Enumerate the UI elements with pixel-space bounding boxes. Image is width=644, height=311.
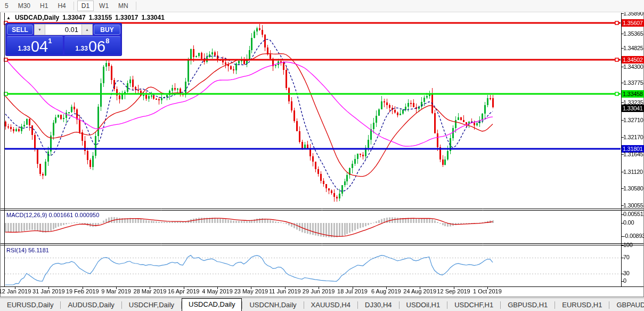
date-axis-label: 1 Oct 2019 [473,288,502,294]
timeframe-button-5[interactable]: 5 [1,1,13,11]
date-axis-label: 11 Jun 2019 [269,288,301,294]
timeframe-button-w1[interactable]: W1 [95,1,113,11]
tab-eurusd-daily[interactable]: EURUSD,Daily [0,299,60,310]
timeframe-toolbar: 5M30H1H4D1W1MN [0,0,644,12]
chart-title-row: ▲ USDCAD,Daily 1.33047 1.33155 1.33017 1… [6,14,165,21]
macd-axis-label: 0.00 [623,219,634,226]
date-axis-label: 19 Feb 2019 [66,288,99,294]
ohlc-low: 1.33017 [115,14,138,21]
price-axis-label: 1.34825 [623,44,644,52]
chart-symbol-label: USDCAD,Daily [15,14,59,21]
tab-xauusd-h4[interactable]: XAUUSD,H4 [304,299,357,310]
date-axis-label: 23 May 2019 [234,288,268,294]
volume-stepper: ▼ 0.01 ▲ [34,24,93,35]
one-click-trade-panel: SELL ▼ 0.01 ▲ BUY 1.33 04 1 1.33 06 8 [6,23,121,55]
price-axis-label: 1.32710 [623,116,644,124]
sell-price-big: 04 [31,39,48,53]
toolbar-separator [136,2,136,10]
tab-eurusd-h1[interactable]: EURUSD,H1 [555,299,609,310]
price-axis-label: 1.34300 [623,63,644,70]
sell-button[interactable]: SELL [7,25,33,35]
rsi-axis-label: 100 [623,242,632,248]
collapse-triangle-icon[interactable]: ▲ [6,15,11,20]
price-axis-label: 1.31645 [623,150,644,158]
ohlc-open: 1.33047 [62,14,85,21]
macd-axis-label: 0.005512 [623,211,644,217]
timeframe-button-h4[interactable]: H4 [53,1,70,11]
rsi-label: RSI(14) 56.1181 [6,247,49,253]
tab-usdchf-daily[interactable]: USDCHF,Daily [122,299,181,310]
tab-usdcad-daily[interactable]: USDCAD,Daily [182,298,242,311]
tab-gbpusd-h1[interactable]: GBPUSD,H1 [501,299,555,310]
tab-audusd-daily[interactable]: AUDUSD,Daily [61,299,121,310]
date-axis-label: 28 Mar 2019 [134,288,167,294]
rsi-axis-label: 30 [623,270,630,276]
timeframe-button-h1[interactable]: H1 [36,1,52,11]
volume-input[interactable]: 0.01 [45,25,82,35]
price-axis-label: 1.30055 [623,202,644,209]
date-axis-label: 12 Sep 2019 [437,288,470,294]
volume-down-icon[interactable]: ▼ [35,25,45,35]
sell-price-display[interactable]: 1.33 04 1 [7,36,63,54]
buy-button[interactable]: BUY [94,25,120,35]
rsi-axis-label: 0 [623,277,626,284]
buy-price-sup: 8 [105,37,109,45]
price-line-badge: 1.35607 [622,19,644,27]
date-axis-label: 18 Jul 2019 [337,288,368,294]
sell-price-small: 1.33 [18,45,30,52]
macd-label: MACD(12,26,9) 0.001661 0.000950 [6,212,99,218]
buy-price-small: 1.33 [76,45,88,52]
price-axis-label: 1.32170 [623,133,644,141]
date-axis-label: 16 Apr 2019 [168,288,199,294]
price-line-badge: 1.33041 [622,105,644,112]
date-axis-label: 12 Jan 2019 [0,288,31,294]
tab-usdchf-h1[interactable]: USDCHF,H1 [447,299,500,310]
date-axis-label: 31 Jan 2019 [32,288,65,294]
buy-price-display[interactable]: 1.33 06 8 [64,36,120,54]
timeframe-button-mn[interactable]: MN [114,1,133,11]
buy-price-big: 06 [88,39,105,53]
price-line-badge: 1.33458 [622,90,644,98]
ohlc-high: 1.33155 [89,14,112,21]
tab-gbpaud-h1[interactable]: GBPAUD,H1 [609,299,644,310]
price-line-badge: 1.34502 [622,56,644,63]
timeframe-button-m30[interactable]: M30 [14,1,35,11]
ohlc-close: 1.33041 [141,14,164,21]
chart-tab-bar: EURUSD,DailyAUDUSD,DailyUSDCHF,DailyUSDC… [0,298,644,311]
date-axis-label: 29 Jun 2019 [303,288,335,294]
price-axis-label: 1.35365 [623,30,644,37]
price-axis-label: 1.31120 [623,168,644,176]
date-axis-label: 6 Aug 2019 [371,288,401,294]
sell-price-sup: 1 [48,37,52,45]
date-axis-label: 9 Mar 2019 [101,288,131,294]
volume-up-icon[interactable]: ▲ [82,25,92,35]
tab-usdoil-h1[interactable]: USDOil,H1 [400,299,447,310]
macd-axis-label: -0.008938 [623,233,644,239]
price-axis-label: 1.30580 [623,185,644,192]
date-axis-label: 24 Aug 2019 [403,288,436,294]
tab-dj30-h4[interactable]: DJ30,H4 [358,299,399,310]
timeframe-button-d1[interactable]: D1 [77,1,94,11]
rsi-axis-label: 70 [623,254,630,260]
tab-usdcnh-daily[interactable]: USDCNH,Daily [242,299,303,310]
toolbar-separator [74,2,74,10]
date-axis-label: 4 May 2019 [202,288,232,294]
price-axis-label: 1.33775 [623,79,644,86]
